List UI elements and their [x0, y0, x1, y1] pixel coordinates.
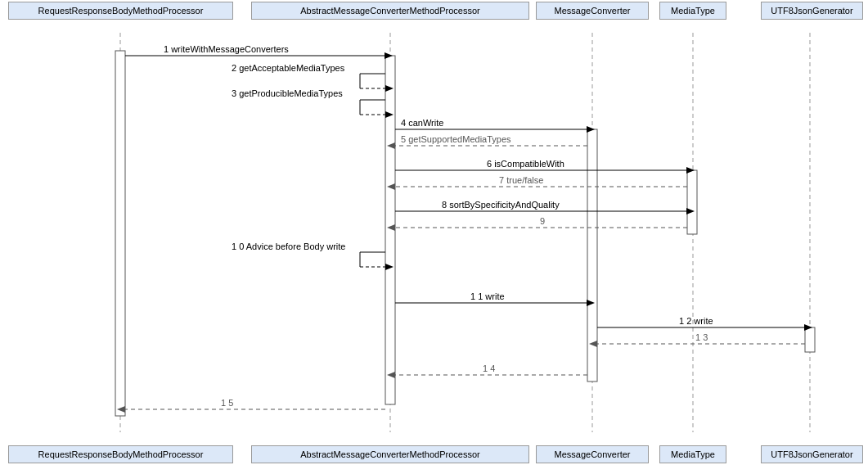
lifeline-rrb-top: RequestResponseBodyMethodProcessor	[8, 2, 233, 20]
svg-text:2 getAcceptableMediaTypes: 2 getAcceptableMediaTypes	[232, 63, 345, 73]
svg-rect-7	[587, 129, 597, 381]
svg-text:1 0 Advice before Body write: 1 0 Advice before Body write	[232, 242, 345, 251]
svg-text:1 3: 1 3	[695, 332, 708, 342]
svg-text:1 5: 1 5	[221, 398, 233, 408]
svg-text:4 canWrite: 4 canWrite	[401, 118, 443, 128]
svg-marker-50	[804, 324, 812, 331]
svg-text:6 isCompatibleWith: 6 isCompatibleWith	[487, 159, 564, 169]
svg-text:1 1 write: 1 1 write	[470, 291, 505, 301]
svg-rect-9	[805, 327, 815, 352]
lifeline-utf8-top: UTF8JsonGenerator	[761, 2, 863, 20]
svg-text:3 getProducibleMediaTypes: 3 getProducibleMediaTypes	[232, 88, 343, 98]
lifeline-amcmp-bottom: AbstractMessageConverterMethodProcessor	[251, 445, 529, 463]
lifeline-amcmp-top: AbstractMessageConverterMethodProcessor	[251, 2, 529, 20]
svg-marker-16	[385, 85, 394, 92]
svg-text:8 sortBySpecificityAndQuality: 8 sortBySpecificityAndQuality	[442, 200, 560, 210]
svg-marker-24	[587, 126, 595, 133]
lifeline-rrb-bottom: RequestResponseBodyMethodProcessor	[8, 445, 233, 463]
svg-marker-36	[686, 208, 695, 214]
svg-text:1 2 write: 1 2 write	[679, 316, 713, 326]
svg-marker-53	[589, 341, 597, 347]
svg-rect-8	[687, 170, 697, 234]
svg-marker-21	[385, 111, 394, 118]
sequence-diagram: 1 writeWithMessageConverters 2 getAccept…	[0, 0, 868, 465]
lifeline-utf8-bottom: UTF8JsonGenerator	[761, 445, 863, 463]
svg-rect-5	[115, 51, 125, 416]
lifeline-mc-top: MessageConverter	[536, 2, 649, 20]
svg-marker-33	[387, 183, 395, 190]
svg-marker-47	[587, 300, 595, 306]
svg-rect-6	[385, 56, 395, 404]
svg-marker-27	[387, 142, 395, 149]
svg-text:7 true/false: 7 true/false	[499, 175, 543, 185]
lifeline-mt-top: MediaType	[659, 2, 726, 20]
svg-text:5 getSupportedMediaTypes: 5 getSupportedMediaTypes	[401, 134, 511, 144]
lifeline-mt-bottom: MediaType	[659, 445, 726, 463]
svg-marker-56	[387, 372, 395, 378]
svg-text:9: 9	[540, 216, 545, 226]
lifeline-mc-bottom: MessageConverter	[536, 445, 649, 463]
diagram-svg: 1 writeWithMessageConverters 2 getAccept…	[0, 0, 868, 465]
svg-text:1 4: 1 4	[483, 363, 495, 373]
svg-marker-11	[385, 52, 393, 59]
svg-marker-44	[385, 264, 394, 270]
svg-marker-30	[686, 167, 695, 174]
svg-text:1 writeWithMessageConverters: 1 writeWithMessageConverters	[164, 44, 289, 54]
svg-marker-39	[387, 224, 395, 231]
svg-marker-59	[117, 406, 125, 413]
